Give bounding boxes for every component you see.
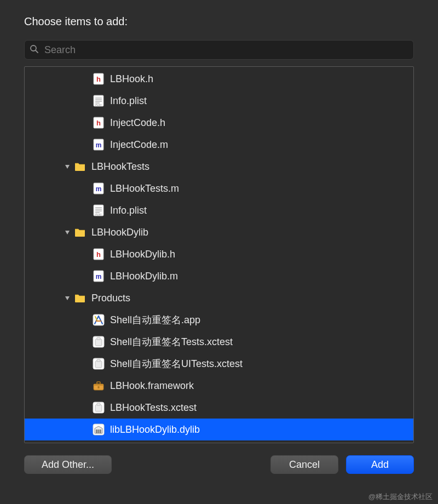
disclosure-triangle-icon[interactable]: [64, 293, 72, 304]
tree-item[interactable]: Shell自动重签名UITests.xctest: [25, 353, 413, 375]
tree-item-label: InjectCode.m: [110, 139, 168, 151]
tree-item-label: Shell自动重签名UITests.xctest: [110, 357, 243, 370]
tree-item[interactable]: hInjectCode.h: [25, 112, 413, 134]
folder-icon: [74, 292, 86, 304]
add-button[interactable]: Add: [346, 455, 414, 474]
tree-item-label: Info.plist: [110, 205, 147, 216]
choose-items-panel: Choose items to add: hLBHook.hPLISTInfo.…: [0, 0, 438, 504]
tree-item[interactable]: Shell自动重签名.app: [25, 309, 413, 331]
plist-icon: PLIST: [93, 204, 105, 216]
svg-rect-31: [95, 361, 102, 368]
svg-rect-42: [98, 429, 100, 433]
svg-rect-43: [100, 429, 101, 433]
tree-folder[interactable]: LBHookDylib: [25, 221, 413, 243]
search-field-wrap: [24, 40, 414, 60]
dylib-icon: [93, 423, 105, 436]
xctest-icon: [93, 336, 105, 348]
folder-icon: [74, 226, 86, 238]
m-icon: m: [93, 270, 105, 282]
svg-text:PLIST: PLIST: [95, 213, 102, 216]
svg-rect-39: [97, 403, 100, 405]
tree-item[interactable]: mLBHookDylib.m: [25, 265, 413, 287]
tree-item-label: LBHookTests: [91, 161, 149, 173]
file-tree[interactable]: hLBHook.hPLISTInfo.plisthInjectCode.hmIn…: [24, 66, 414, 443]
svg-rect-32: [97, 359, 100, 362]
h-icon: h: [93, 117, 105, 129]
xctest-icon: [93, 358, 105, 370]
tree-item-label: LBHook.h: [110, 73, 153, 85]
h-icon: h: [93, 248, 105, 260]
tree-item-label: Shell自动重签名Tests.xctest: [110, 335, 233, 348]
tree-item[interactable]: Shell自动重签名Tests.xctest: [25, 331, 413, 353]
tree-item[interactable]: hLBHook.h: [25, 68, 413, 90]
search-input[interactable]: [24, 40, 414, 60]
svg-rect-28: [95, 339, 102, 346]
tree-item-label: Shell自动重签名.app: [110, 313, 200, 327]
tree-item[interactable]: mLBHookTests.m: [25, 177, 413, 199]
prompt-label: Choose items to add:: [24, 15, 414, 28]
tree-item[interactable]: LBHook.framework: [25, 375, 413, 397]
tree-item-label: libLBHookDylib.dylib: [110, 424, 200, 436]
tree-item[interactable]: mInjectCode.m: [25, 134, 413, 156]
tree-item[interactable]: libLBHookDylib.dylib: [25, 419, 413, 440]
tree-item-label: Info.plist: [110, 95, 147, 107]
tree-item-label: LBHook.framework: [110, 380, 194, 392]
svg-rect-38: [95, 405, 102, 411]
tree-item-label: LBHookTests.xctest: [110, 402, 197, 414]
tree-item-label: LBHookTests.m: [110, 183, 179, 194]
disclosure-triangle-icon[interactable]: [64, 227, 72, 238]
svg-text:PLIST: PLIST: [95, 104, 102, 106]
tree-item-label: LBHookDylib: [91, 227, 148, 238]
watermark-label: @稀土掘金技术社区: [368, 492, 433, 502]
xctest-icon: [93, 402, 105, 414]
svg-rect-41: [96, 429, 97, 433]
tree-folder[interactable]: LBHookTests: [25, 156, 413, 177]
tree-item[interactable]: hLBHookDylib.h: [25, 243, 413, 265]
svg-text:h: h: [96, 250, 101, 259]
tree-item-label: Products: [91, 293, 130, 304]
svg-text:m: m: [96, 185, 102, 193]
m-icon: m: [93, 182, 105, 194]
svg-text:m: m: [96, 273, 102, 280]
m-icon: m: [93, 139, 105, 151]
tree-item-label: LBHookDylib.m: [110, 271, 178, 282]
disclosure-triangle-icon[interactable]: [64, 161, 72, 173]
svg-text:h: h: [96, 75, 101, 83]
svg-rect-29: [97, 337, 100, 340]
tree-item-label: InjectCode.h: [110, 117, 165, 129]
tree-item[interactable]: PLISTInfo.plist: [25, 199, 413, 221]
tree-item[interactable]: PLISTInfo.plist: [25, 90, 413, 112]
tree-folder[interactable]: Products: [25, 287, 413, 309]
add-other-button[interactable]: Add Other...: [24, 455, 112, 474]
svg-text:h: h: [96, 119, 101, 127]
tree-item[interactable]: LBHookTests.xctest: [25, 397, 413, 419]
svg-text:m: m: [96, 141, 102, 149]
svg-rect-36: [98, 386, 100, 388]
button-bar: Add Other... Cancel Add: [24, 455, 414, 474]
cancel-button[interactable]: Cancel: [270, 455, 338, 474]
h-icon: h: [93, 73, 105, 85]
folder-icon: [74, 161, 86, 173]
tree-item-label: LBHookDylib.h: [110, 249, 175, 260]
svg-rect-35: [97, 382, 100, 384]
plist-icon: PLIST: [93, 95, 105, 107]
framework-icon: [93, 380, 105, 392]
app-icon: [93, 314, 105, 326]
